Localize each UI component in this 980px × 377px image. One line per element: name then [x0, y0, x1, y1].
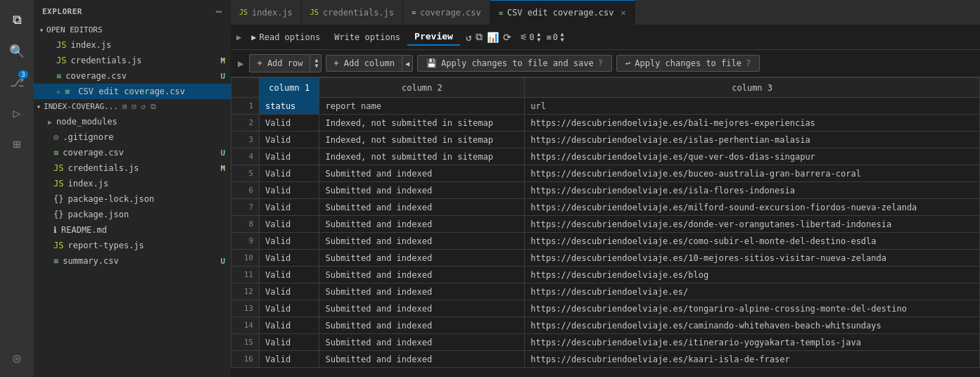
copy-icon[interactable]: ⧉: [476, 31, 483, 43]
cell-col1[interactable]: Valid: [260, 148, 319, 165]
cell-col2[interactable]: Submitted and indexed: [319, 165, 525, 182]
cell-col3[interactable]: https://descubriendoelviaje.es/que-ver-d…: [525, 148, 980, 165]
counter2-spinner[interactable]: ▲▼: [561, 32, 564, 43]
open-editor-credentials-js[interactable]: JS credentials.js M: [34, 53, 231, 68]
file-package-lock-json[interactable]: {} package-lock.json: [34, 191, 231, 207]
file-credentials-js[interactable]: JS credentials.js M: [34, 160, 231, 176]
preview-button[interactable]: Preview: [407, 28, 460, 46]
apply-button[interactable]: ↩ Apply changes to file ?: [616, 55, 760, 72]
column3-header[interactable]: column 3: [525, 78, 980, 98]
file-gitignore[interactable]: ⚙ .gitignore: [34, 129, 231, 145]
cell-col2[interactable]: Submitted and indexed: [319, 233, 525, 250]
tab-close-button[interactable]: ✕: [621, 8, 626, 18]
remote-icon[interactable]: ◎: [3, 343, 31, 371]
file-summary-csv[interactable]: ≡ summary.csv U: [34, 253, 231, 269]
table-row[interactable]: 3ValidIndexed, not submitted in sitemaph…: [231, 132, 980, 148]
new-file-icon[interactable]: ⋯: [216, 6, 222, 17]
cell-col1[interactable]: Valid: [260, 115, 319, 132]
column1-header[interactable]: column 1: [260, 78, 319, 98]
open-editor-csv-edit[interactable]: ✕ ≡ CSV edit coverage.csv: [34, 84, 231, 99]
cell-col3[interactable]: https://descubriendoelviaje.es/isla-flor…: [525, 182, 980, 199]
table-row[interactable]: 12ValidSubmitted and indexedhttps://desc…: [231, 283, 980, 300]
open-editor-coverage-csv[interactable]: ≡ coverage.csv U: [34, 68, 231, 84]
table-row[interactable]: 11ValidSubmitted and indexedhttps://desc…: [231, 267, 980, 283]
table-row[interactable]: 4ValidIndexed, not submitted in sitemaph…: [231, 148, 980, 165]
search-icon[interactable]: 🔍: [3, 37, 31, 65]
cell-col2[interactable]: Submitted and indexed: [319, 199, 525, 216]
read-options-button[interactable]: ▶ Read options: [244, 30, 327, 45]
table-row[interactable]: 7ValidSubmitted and indexedhttps://descu…: [231, 199, 980, 216]
cell-col3[interactable]: https://descubriendoelviaje.es/10-mejore…: [525, 250, 980, 267]
add-column-button[interactable]: + Add column: [326, 56, 402, 71]
counter1-spinner[interactable]: ▲▼: [537, 32, 541, 43]
cell-col3[interactable]: https://descubriendoelviaje.es/buceo-aus…: [525, 165, 980, 182]
run-icon[interactable]: ▷: [3, 98, 31, 127]
open-editors-section[interactable]: ▾ OPEN EDITORS: [34, 23, 231, 37]
files-icon[interactable]: ⧉: [3, 6, 31, 34]
chart-icon[interactable]: 📊: [487, 32, 499, 43]
table-row[interactable]: 9ValidSubmitted and indexedhttps://descu…: [231, 233, 980, 250]
table-row[interactable]: 14ValidSubmitted and indexedhttps://desc…: [231, 317, 980, 334]
extensions-icon[interactable]: ⊞: [3, 129, 31, 158]
close-icon[interactable]: ✕: [56, 88, 61, 96]
cell-col2[interactable]: Submitted and indexed: [319, 216, 525, 233]
write-options-button[interactable]: Write options: [327, 30, 407, 45]
cell-col1[interactable]: Valid: [260, 317, 319, 334]
sync-icon[interactable]: ⟳: [503, 32, 511, 43]
add-column-arrow[interactable]: ◀: [402, 56, 412, 71]
cell-col3[interactable]: https://descubriendoelviaje.es/: [525, 283, 980, 300]
cell-col2[interactable]: Indexed, not submitted in sitemap: [319, 115, 525, 132]
cell-col2[interactable]: Submitted and indexed: [319, 182, 525, 199]
cell-col1[interactable]: Valid: [260, 334, 319, 351]
file-coverage-csv[interactable]: ≡ coverage.csv U: [34, 145, 231, 160]
tab-coverage-csv[interactable]: ≡ coverage.csv: [403, 0, 490, 25]
apply-and-save-button[interactable]: 💾 Apply changes to file and save ?: [417, 55, 612, 72]
cell-col1[interactable]: Valid: [260, 300, 319, 317]
add-row-button[interactable]: + Add row: [250, 55, 310, 72]
cell-col2[interactable]: Submitted and indexed: [319, 300, 525, 317]
file-package-json[interactable]: {} package.json: [34, 207, 231, 222]
cell-col1[interactable]: Valid: [260, 267, 319, 283]
column2-header[interactable]: column 2: [319, 78, 525, 98]
toolbar-collapse-btn[interactable]: ▶: [236, 56, 245, 70]
table-row[interactable]: 6ValidSubmitted and indexedhttps://descu…: [231, 182, 980, 199]
cell-col2[interactable]: Submitted and indexed: [319, 351, 525, 368]
cell-col1[interactable]: status: [260, 98, 319, 115]
file-index-js[interactable]: JS index.js: [34, 176, 231, 191]
cell-col2[interactable]: Indexed, not submitted in sitemap: [319, 132, 525, 148]
tab-credentials-js[interactable]: JS credentials.js: [302, 0, 403, 25]
cell-col1[interactable]: Valid: [260, 132, 319, 148]
cell-col3[interactable]: https://descubriendoelviaje.es/caminando…: [525, 317, 980, 334]
add-row-spinner[interactable]: ▲▼: [310, 55, 321, 72]
source-control-icon[interactable]: ⎇ 3: [3, 68, 31, 96]
cell-col2[interactable]: Submitted and indexed: [319, 334, 525, 351]
cell-col1[interactable]: Valid: [260, 182, 319, 199]
cell-col3[interactable]: url: [525, 98, 980, 115]
cell-col3[interactable]: https://descubriendoelviaje.es/donde-ver…: [525, 216, 980, 233]
cell-col2[interactable]: Indexed, not submitted in sitemap: [319, 148, 525, 165]
collapse-btn[interactable]: ▶: [236, 32, 241, 42]
file-report-types-js[interactable]: JS report-types.js: [34, 238, 231, 253]
table-row[interactable]: 16ValidSubmitted and indexedhttps://desc…: [231, 351, 980, 368]
cell-col3[interactable]: https://descubriendoelviaje.es/como-subi…: [525, 233, 980, 250]
cell-col2[interactable]: report name: [319, 98, 525, 115]
cell-col2[interactable]: Submitted and indexed: [319, 283, 525, 300]
tab-index-js[interactable]: JS index.js: [231, 0, 302, 25]
refresh-icon[interactable]: ↺: [466, 32, 471, 43]
cell-col1[interactable]: Valid: [260, 250, 319, 267]
open-editor-index-js[interactable]: JS index.js: [34, 37, 231, 53]
table-row[interactable]: 2ValidIndexed, not submitted in sitemaph…: [231, 115, 980, 132]
table-row[interactable]: 8ValidSubmitted and indexedhttps://descu…: [231, 216, 980, 233]
table-row[interactable]: 15ValidSubmitted and indexedhttps://desc…: [231, 334, 980, 351]
cell-col2[interactable]: Submitted and indexed: [319, 267, 525, 283]
cell-col3[interactable]: https://descubriendoelviaje.es/bali-mejo…: [525, 115, 980, 132]
table-row[interactable]: 10ValidSubmitted and indexedhttps://desc…: [231, 250, 980, 267]
cell-col1[interactable]: Valid: [260, 165, 319, 182]
explorer-section[interactable]: ▾ INDEX-COVERAG... ⊞ ⊟ ↺ ⧉: [34, 99, 231, 114]
cell-col3[interactable]: https://descubriendoelviaje.es/kaari-isl…: [525, 351, 980, 368]
table-row[interactable]: 1statusreport nameurl: [231, 98, 980, 115]
cell-col1[interactable]: Valid: [260, 283, 319, 300]
cell-col1[interactable]: Valid: [260, 351, 319, 368]
cell-col3[interactable]: https://descubriendoelviaje.es/blog: [525, 267, 980, 283]
cell-col3[interactable]: https://descubriendoelviaje.es/islas-per…: [525, 132, 980, 148]
